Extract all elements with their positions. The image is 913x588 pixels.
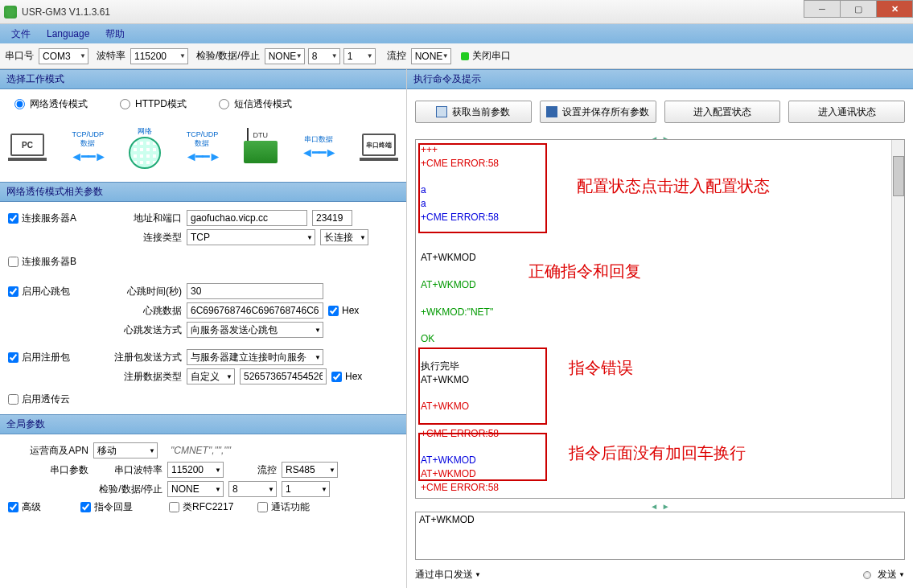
annotation-1: 配置状态点击进入配置状态	[577, 175, 770, 197]
reg-send-label: 注册包发送方式	[101, 351, 182, 364]
window-title: USR-GM3 V1.1.3.61	[22, 6, 110, 18]
dtu-icon	[244, 141, 278, 163]
apn-string: "CMNET","",""	[171, 445, 231, 456]
command-input[interactable]: AT+WKMOD	[415, 512, 905, 560]
port-select[interactable]: COM3	[39, 48, 88, 64]
conn-type-select[interactable]: TCP	[187, 229, 315, 245]
hb-send-label: 心跳发送方式	[101, 323, 182, 337]
hb-data-input[interactable]	[187, 302, 323, 319]
reg-type-label: 注册数据类型	[101, 370, 182, 384]
conn-mode-select[interactable]: 长连接	[320, 229, 368, 245]
baud-select[interactable]: 115200	[130, 48, 188, 64]
g-flow-label: 流控	[228, 463, 277, 477]
server-a-addr[interactable]	[187, 210, 307, 226]
reg-data-input[interactable]	[240, 368, 327, 384]
save-icon	[546, 106, 557, 117]
hb-hex-checkbox[interactable]: Hex	[328, 305, 360, 316]
titlebar: USR-GM3 V1.1.3.61 ─ ▢ ✕	[0, 0, 913, 24]
param-header: 网络透传模式相关参数	[0, 182, 406, 202]
echo-checkbox[interactable]: 指令回显	[80, 500, 145, 514]
annotation-3: 指令错误	[569, 357, 633, 379]
hb-time-input[interactable]	[187, 283, 323, 299]
apn-label: 运营商及APN	[8, 444, 88, 458]
apn-select[interactable]: 移动	[93, 442, 158, 458]
terminal-scrollbar[interactable]	[891, 140, 904, 498]
g-baud-label: 串口波特率	[93, 463, 162, 477]
hb-send-select[interactable]: 向服务器发送心跳包	[187, 322, 323, 338]
server-b-checkbox[interactable]: 连接服务器B	[8, 255, 97, 269]
serial-label: 串口参数	[8, 463, 88, 477]
parity-select[interactable]: NONE	[265, 48, 305, 64]
menu-language[interactable]: Language	[39, 28, 97, 39]
minimize-button[interactable]: ─	[804, 0, 841, 18]
server-a-checkbox[interactable]: 连接服务器A	[8, 212, 97, 225]
menu-help[interactable]: 帮助	[97, 27, 133, 41]
hb-time-label: 心跳时间(秒)	[101, 285, 182, 298]
heartbeat-checkbox[interactable]: 启用心跳包	[8, 285, 97, 298]
g-check-label: 检验/数据/停止	[93, 483, 162, 496]
g-flow-select[interactable]: RS485	[282, 462, 338, 478]
app-icon	[4, 6, 17, 19]
annotation-box-1	[418, 143, 547, 233]
save-params-button[interactable]: 设置并保存所有参数	[540, 101, 656, 123]
g-data-select[interactable]: 8	[228, 481, 277, 497]
g-parity-select[interactable]: NONE	[167, 481, 224, 497]
g-stop-select[interactable]: 1	[282, 481, 330, 497]
advanced-checkbox[interactable]: 高级	[8, 500, 56, 514]
port-led-icon	[461, 52, 469, 60]
baud-label: 波特率	[97, 49, 125, 63]
pc-icon: PC	[10, 134, 44, 156]
stopbits-select[interactable]: 1	[343, 48, 376, 64]
send-mode-select[interactable]: 通过串口发送 ▼	[415, 568, 481, 582]
port-label: 串口号	[5, 49, 34, 63]
check-label: 检验/数据/停止	[196, 49, 260, 63]
send-button[interactable]: 发送 ▼	[878, 568, 905, 582]
close-port-toggle[interactable]: 关闭串口	[461, 49, 511, 63]
annotation-2: 正确指令和回复	[528, 261, 641, 282]
menu-file[interactable]: 文件	[3, 27, 39, 41]
reg-type-select[interactable]: 自定义	[187, 368, 235, 384]
flow-label: 流控	[387, 49, 406, 63]
call-checkbox[interactable]: 通话功能	[257, 500, 322, 514]
global-header: 全局参数	[0, 414, 406, 434]
close-button[interactable]: ✕	[876, 0, 913, 18]
get-params-button[interactable]: 获取当前参数	[415, 101, 532, 123]
globe-icon	[129, 137, 161, 169]
mode-sms[interactable]: 短信透传模式	[219, 97, 292, 111]
terminal-output[interactable]: +++ +CME ERROR:58 a a +CME ERROR:58 AT+W…	[415, 139, 905, 499]
menubar: 文件 Language 帮助	[0, 24, 913, 43]
server-a-port[interactable]	[312, 210, 352, 226]
reg-send-select[interactable]: 与服务器建立连接时向服务	[187, 349, 323, 365]
g-baud-select[interactable]: 115200	[167, 462, 224, 478]
addr-label: 地址和端口	[101, 212, 182, 225]
annotation-box-3	[418, 433, 547, 481]
serial-toolbar: 串口号 COM3 波特率 115200 检验/数据/停止 NONE 8 1 流控…	[0, 43, 913, 69]
topology-diagram: PC TCP/UDP数据◄━━► 网络 TCP/UDP数据◄━━► DTU 串口…	[8, 119, 398, 175]
reg-hex-checkbox[interactable]: Hex	[331, 371, 364, 382]
register-checkbox[interactable]: 启用注册包	[8, 351, 97, 364]
conn-type-label: 连接类型	[101, 231, 182, 245]
right-header: 执行命令及提示	[407, 69, 913, 89]
search-icon	[436, 106, 447, 117]
flow-select[interactable]: NONE	[411, 48, 451, 64]
config-mode-button[interactable]: 进入配置状态	[664, 101, 781, 123]
annotation-box-2	[418, 347, 547, 425]
mode-net[interactable]: 网络透传模式	[14, 97, 88, 111]
rfc-checkbox[interactable]: 类RFC2217	[169, 500, 233, 514]
mode-header: 选择工作模式	[0, 69, 406, 89]
maximize-button[interactable]: ▢	[840, 0, 877, 18]
cloud-checkbox[interactable]: 启用透传云	[8, 393, 97, 406]
comm-mode-button[interactable]: 进入通讯状态	[788, 101, 905, 123]
mode-httpd[interactable]: HTTPD模式	[120, 97, 187, 111]
hb-data-label: 心跳数据	[101, 304, 182, 318]
databits-select[interactable]: 8	[308, 48, 340, 64]
terminal-icon: 串口终端	[362, 134, 396, 156]
annotation-4: 指令后面没有加回车换行	[569, 442, 746, 464]
send-led-icon	[863, 571, 871, 579]
